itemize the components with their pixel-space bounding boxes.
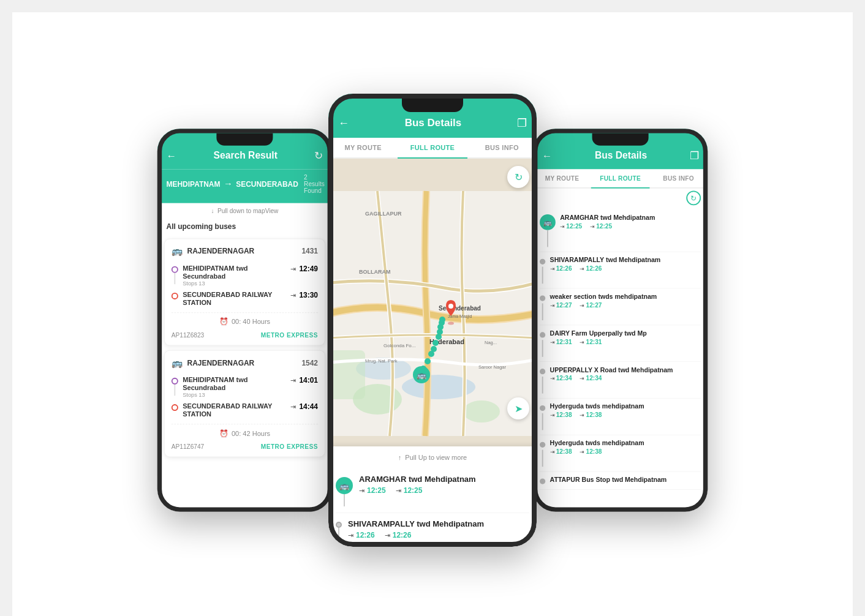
refresh-icon-left[interactable]: ↻ — [314, 149, 323, 162]
from-time-row-2: ⇥ 14:01 — [290, 376, 318, 385]
map-area: GAGILLAPUR BOLLARAM Secunderabad Jama Ma… — [328, 159, 537, 468]
r-arrive-icon-4: ⇥ — [550, 339, 554, 345]
from-time-1: 12:49 — [299, 265, 318, 273]
right-arrive-4: ⇥ 12:31 — [550, 338, 572, 345]
r-depart-val-2: 12:26 — [586, 265, 602, 272]
to-time-row-1: ⇥ 13:30 — [290, 291, 318, 299]
center-stop-list: 🚌 ARAMGHAR twd Mehdipatnam ⇥ 12:25 ⇥ — [328, 468, 537, 547]
center-stop-2[interactable]: SHIVARAMPALLY twd Mehdipatnam ⇥ 12:26 ⇥ … — [336, 513, 529, 547]
right-stop-detail-1: ARAMGHAR twd Mehdipatnam ⇥ 12:25 ⇥ 12:25 — [560, 214, 701, 230]
arrive-icon-1: ⇥ — [290, 265, 296, 272]
bus-card-2[interactable]: 🚌 RAJENDERNAGAR 1542 MEHIDIPATNAM twd Se… — [164, 350, 325, 457]
right-stop-3[interactable]: weaker section twds mehdipatnam ⇥ 12:27 … — [540, 288, 701, 325]
r-depart-val-4: 12:31 — [586, 338, 602, 345]
map-refresh-btn[interactable]: ↻ — [507, 166, 529, 188]
r-arrive-icon-1: ⇥ — [560, 223, 564, 229]
back-icon-right[interactable]: ← — [542, 150, 553, 162]
back-icon-left[interactable]: ← — [167, 150, 177, 162]
stop-detail-2: SHIVARAMPALLY twd Mehdipatnam ⇥ 12:26 ⇥ … — [348, 519, 529, 539]
depot-2: RAJENDERNAGAR — [187, 359, 297, 367]
stop-info-from-2: MEHIDIPATNAM twd Secundrabad Stops 13 — [183, 376, 285, 398]
right-time-row-6: ⇥ 12:38 ⇥ 12:38 — [550, 411, 701, 418]
svg-point-19 — [432, 340, 439, 346]
pull-up-bar[interactable]: ↑ Pull Up to view more — [328, 446, 537, 468]
right-arrive-7: ⇥ 12:38 — [550, 448, 572, 455]
bus-num-2: 1542 — [301, 359, 318, 367]
stop-row-from-2: MEHIDIPATNAM twd Secundrabad Stops 13 ⇥ … — [172, 374, 318, 400]
right-stop-name-3: weaker section twds mehdipatnam — [550, 293, 701, 300]
left-screen: ← Search Result ↻ MEHDIPATNAM → SECUNDER… — [157, 129, 332, 512]
svg-text:Mrug. Nat. Park: Mrug. Nat. Park — [365, 358, 398, 364]
center-stop-name-1: ARAMGHAR twd Mehdipatnam — [359, 475, 529, 484]
tab-my-route-right[interactable]: MY ROUTE — [533, 169, 591, 187]
results-count: 2 Results Found — [304, 174, 325, 194]
right-stop-name-1: ARAMGHAR twd Mehdipatnam — [560, 214, 701, 221]
full-route-list[interactable]: 🚌 ARAMGHAR twd Mehdipatnam ⇥ 12:25 ⇥ — [533, 208, 708, 512]
stop-info-from-1: MEHIDIPATNAM twd Secundrabad Stops 13 — [183, 265, 285, 287]
right-timeline-7 — [540, 440, 545, 467]
r-depart-val-5: 12:34 — [586, 375, 602, 381]
to-time-2: 14:44 — [299, 402, 318, 411]
r-arrive-val-3: 12:27 — [556, 302, 572, 309]
stop-dot-to-2 — [172, 404, 178, 411]
svg-text:🚌: 🚌 — [417, 370, 427, 380]
map-compass-btn[interactable]: ➤ — [507, 397, 529, 419]
arrive-val-2: 12:26 — [356, 531, 375, 539]
clock-icon-2: ⏰ — [219, 429, 229, 438]
arrive-icon-c1: ⇥ — [359, 487, 365, 495]
duration-row-2: ⏰ 00: 42 Hours — [172, 424, 318, 440]
r-arrive-val-1: 12:25 — [566, 223, 582, 230]
plate-2: AP11Z6747 — [172, 443, 204, 450]
right-stop-6[interactable]: Hyderguda twds mehdipatnam ⇥ 12:38 ⇥ 12:… — [540, 399, 701, 435]
tab-my-route-center[interactable]: MY ROUTE — [328, 138, 398, 157]
from-time-2: 14:01 — [299, 376, 318, 385]
right-screen: ← Bus Details ❐ MY ROUTE FULL ROUTE BUS … — [533, 129, 708, 512]
right-arrive-2: ⇥ 12:26 — [550, 265, 572, 272]
r-arrive-val-5: 12:34 — [556, 375, 572, 381]
right-time-row-4: ⇥ 12:31 ⇥ 12:31 — [550, 338, 701, 345]
r-arrive-val-2: 12:26 — [556, 265, 572, 272]
right-stop-7[interactable]: Hyderguda twds mehdipatnam ⇥ 12:38 ⇥ 12:… — [540, 435, 701, 472]
right-stop-1[interactable]: 🚌 ARAMGHAR twd Mehdipatnam ⇥ 12:25 ⇥ — [540, 210, 701, 252]
time-row-1: ⇥ 12:25 ⇥ 12:25 — [359, 486, 529, 495]
right-arrive-5: ⇥ 12:34 — [550, 375, 572, 381]
right-stop-5[interactable]: UPPERPALLY X Road twd Mehdipatnam ⇥ 12:3… — [540, 362, 701, 399]
time-row-2: ⇥ 12:26 ⇥ 12:26 — [348, 531, 529, 539]
tab-bus-info-right[interactable]: BUS INFO — [649, 169, 708, 187]
tab-full-route-center[interactable]: FULL ROUTE — [398, 138, 467, 157]
depart-icon-c2: ⇥ — [385, 531, 390, 539]
clock-icon-1: ⏰ — [219, 317, 229, 326]
center-stop-name-2: SHIVARAMPALLY twd Mehdipatnam — [348, 519, 529, 528]
r-depart-icon-2: ⇥ — [580, 265, 584, 271]
center-header-title: Bus Details — [354, 117, 512, 129]
r-depart-val-3: 12:27 — [586, 302, 602, 309]
right-timeline-3 — [540, 293, 545, 320]
r-arrive-val-6: 12:38 — [556, 411, 572, 418]
stop-dot-from-1 — [172, 266, 178, 273]
right-line-4 — [542, 340, 543, 357]
right-stop-8[interactable]: ATTAPUR Bus Stop twd Mehdipatnam — [540, 471, 701, 489]
right-dot-7 — [540, 442, 545, 448]
right-stop-detail-7: Hyderguda twds mehdipatnam ⇥ 12:38 ⇥ 12:… — [550, 440, 701, 455]
r-depart-icon-1: ⇥ — [590, 223, 594, 229]
timeline-bus-icon-1: 🚌 — [336, 477, 353, 494]
from-stop-2: MEHIDIPATNAM twd Secundrabad — [183, 376, 285, 392]
pull-down-row[interactable]: ↓ Pull down to mapView — [157, 203, 332, 219]
svg-text:Secunderabad: Secunderabad — [439, 305, 481, 312]
timeline-2 — [336, 519, 342, 540]
bus-card-1[interactable]: 🚌 RAJENDERNAGAR 1431 MEHIDIPATNAM twd Se… — [164, 239, 325, 346]
back-icon-center[interactable]: ← — [338, 117, 349, 130]
right-refresh-btn[interactable]: ↻ — [686, 190, 701, 205]
left-content-scroll[interactable]: 🚌 RAJENDERNAGAR 1431 MEHIDIPATNAM twd Se… — [157, 234, 332, 512]
right-stop-2[interactable]: SHIVARAMPALLY twd Mehdipatnam ⇥ 12:26 ⇥ … — [540, 252, 701, 289]
right-stop-4[interactable]: DAIRY Farm Upperpally twd Mp ⇥ 12:31 ⇥ 1… — [540, 325, 701, 362]
type-2: METRO EXPRESS — [261, 443, 318, 450]
right-line-7 — [542, 450, 543, 467]
center-stop-1[interactable]: 🚌 ARAMGHAR twd Mehdipatnam ⇥ 12:25 ⇥ — [336, 468, 529, 513]
tab-full-route-right[interactable]: FULL ROUTE — [591, 169, 649, 187]
refresh-icon-right: ↻ — [690, 193, 697, 202]
tab-bus-info-center[interactable]: BUS INFO — [467, 138, 537, 157]
share-icon-right[interactable]: ❐ — [690, 149, 699, 162]
r-arrive-icon-3: ⇥ — [550, 302, 554, 308]
share-icon-center[interactable]: ❐ — [517, 116, 527, 130]
